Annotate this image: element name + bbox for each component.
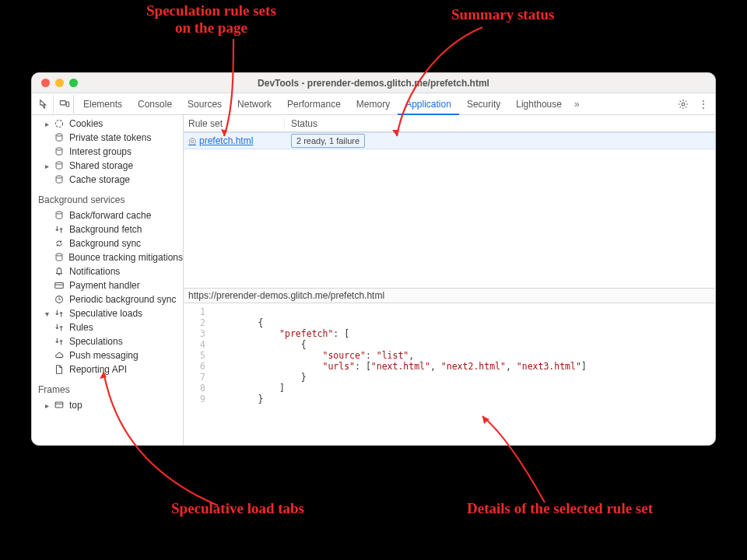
card-icon (54, 280, 66, 291)
svg-point-4 (56, 134, 62, 136)
minimize-icon[interactable] (55, 79, 64, 87)
window-title: DevTools - prerender-demos.glitch.me/pre… (32, 78, 715, 89)
sidebar-item-shared-storage[interactable]: ▸ Shared storage (32, 159, 183, 173)
chevron-right-icon: ▸ (43, 162, 51, 170)
kebab-icon[interactable]: ⋮ (695, 99, 712, 110)
label: Bounce tracking mitigations (68, 252, 183, 263)
label: Cookies (69, 118, 103, 129)
label: Rules (69, 322, 93, 333)
sidebar-item-frame-top[interactable]: ▸ top (32, 398, 183, 412)
sidebar-item-rules[interactable]: Rules (32, 320, 183, 334)
transfer-icon (54, 322, 66, 333)
rules-table-header: Rule set Status (184, 115, 715, 132)
cookies-icon (54, 118, 66, 129)
svg-point-3 (55, 120, 62, 127)
sidebar-item-bf-cache[interactable]: Back/forward cache (32, 208, 183, 222)
sidebar-item-notifications[interactable]: Notifications (32, 264, 183, 278)
table-row[interactable]: ◎ prefetch.html 2 ready, 1 failure (184, 132, 715, 149)
sidebar-item-interest-groups[interactable]: Interest groups (32, 145, 183, 159)
database-icon (54, 160, 66, 171)
svg-point-6 (56, 162, 62, 164)
bell-icon (54, 266, 66, 277)
tab-network[interactable]: Network (230, 93, 279, 115)
label: Private state tokens (69, 132, 151, 143)
database-icon (54, 146, 66, 157)
ruleset-link[interactable]: ◎ prefetch.html (184, 135, 285, 146)
label: Speculative loads (69, 308, 142, 319)
sidebar-item-private-state[interactable]: Private state tokens (32, 131, 183, 145)
sidebar-item-push[interactable]: Push messaging (32, 348, 183, 362)
tab-console[interactable]: Console (130, 93, 180, 115)
tab-security[interactable]: Security (459, 93, 508, 115)
annotation-rule-sets: Speculation rule sets on the page (146, 2, 276, 37)
sidebar-item-bg-sync[interactable]: Background sync (32, 236, 183, 250)
annotation-summary-status: Summary status (451, 6, 554, 23)
svg-rect-1 (66, 101, 69, 106)
device-icon[interactable] (55, 95, 74, 114)
gear-icon[interactable] (678, 99, 695, 110)
file-icon (54, 364, 66, 375)
label: Reporting API (69, 364, 127, 375)
annotation-details: Details of the selected rule set (467, 500, 653, 517)
clock-icon (54, 294, 66, 305)
tabs-overflow-icon[interactable]: » (570, 99, 584, 110)
tab-performance[interactable]: Performance (279, 93, 349, 115)
label: Background sync (69, 238, 141, 249)
svg-point-8 (56, 212, 62, 214)
label: Cache storage (69, 174, 130, 185)
sidebar-item-payment[interactable]: Payment handler (32, 278, 183, 292)
cloud-icon (54, 350, 66, 361)
label: Back/forward cache (69, 210, 151, 221)
col-status: Status (285, 118, 715, 129)
ruleset-icon: ◎ (188, 135, 196, 146)
svg-rect-10 (55, 283, 64, 289)
application-sidebar: ▸ Cookies Private state tokens Interest … (32, 115, 184, 445)
svg-point-2 (682, 103, 685, 106)
devtools-window: DevTools - prerender-demos.glitch.me/pre… (31, 72, 716, 446)
label: Interest groups (69, 146, 132, 157)
label: Background fetch (69, 224, 142, 235)
svg-rect-12 (55, 402, 63, 408)
sidebar-item-cache-storage[interactable]: Cache storage (32, 173, 183, 187)
sidebar-item-cookies[interactable]: ▸ Cookies (32, 117, 183, 131)
zoom-icon[interactable] (69, 79, 78, 87)
sidebar-item-reporting[interactable]: Reporting API (32, 362, 183, 376)
label: Speculations (69, 336, 123, 347)
transfer-icon (54, 224, 66, 235)
application-main: Rule set Status ◎ prefetch.html 2 ready,… (184, 115, 715, 445)
section-background-services: Background services (32, 187, 183, 208)
chevron-right-icon: ▸ (43, 401, 51, 410)
annotation-load-tabs: Speculative load tabs (171, 500, 304, 517)
devtools-tabs: Elements Console Sources Network Perform… (32, 93, 715, 115)
database-icon (54, 174, 66, 185)
tab-memory[interactable]: Memory (349, 93, 398, 115)
label: Periodic background sync (69, 294, 176, 305)
status-badge[interactable]: 2 ready, 1 failure (291, 134, 365, 148)
sidebar-item-bg-fetch[interactable]: Background fetch (32, 222, 183, 236)
svg-point-7 (56, 176, 62, 178)
label: Shared storage (69, 160, 133, 171)
traffic-lights (32, 79, 78, 87)
tab-elements[interactable]: Elements (75, 93, 130, 115)
inspect-icon[interactable] (35, 95, 54, 114)
sync-icon (54, 238, 66, 249)
window-titlebar: DevTools - prerender-demos.glitch.me/pre… (32, 73, 715, 93)
label: Payment handler (69, 280, 140, 291)
url-bar: https://prerender-demos.glitch.me/prefet… (184, 288, 715, 303)
section-frames: Frames (32, 376, 183, 398)
sidebar-item-periodic[interactable]: Periodic background sync (32, 292, 183, 306)
close-icon[interactable] (41, 79, 50, 87)
tab-application[interactable]: Application (398, 93, 459, 115)
label: Notifications (69, 266, 120, 277)
sidebar-item-speculative-loads[interactable]: ▾ Speculative loads (32, 306, 183, 320)
database-icon (54, 132, 66, 143)
tab-sources[interactable]: Sources (180, 93, 230, 115)
chevron-down-icon: ▾ (43, 310, 51, 318)
json-source-view: 1 2 {3 "prefetch": [4 {5 "source": "list… (184, 303, 715, 445)
tab-lighthouse[interactable]: Lighthouse (508, 93, 570, 115)
rules-table-empty-area (184, 149, 715, 288)
svg-point-9 (56, 254, 62, 256)
label: Push messaging (69, 350, 139, 361)
sidebar-item-speculations[interactable]: Speculations (32, 334, 183, 348)
sidebar-item-bounce[interactable]: Bounce tracking mitigations (32, 250, 183, 264)
